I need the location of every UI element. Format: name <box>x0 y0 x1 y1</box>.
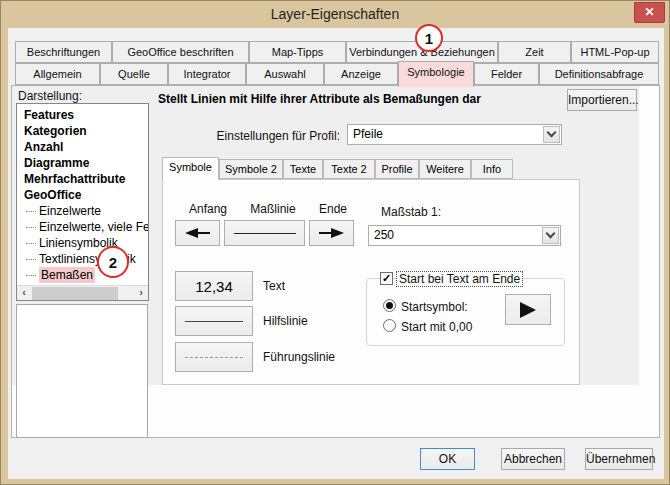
tree-item-mehrfachattribute[interactable]: Mehrfachattribute <box>17 171 148 187</box>
tree-item-liniensymbolik[interactable]: Liniensymbolik <box>17 235 148 251</box>
text-symbol-button[interactable]: 12,34 <box>175 271 253 301</box>
tab-zeit[interactable]: Zeit <box>498 41 571 63</box>
tree-item-features[interactable]: Features <box>17 107 148 123</box>
startsymbol-label: Startsymbol: <box>401 300 468 314</box>
fuehrungslinie-symbol-button[interactable] <box>175 342 253 372</box>
start-mit-label: Start mit 0,00 <box>401 320 472 334</box>
symbole-tab-page: Anfang Maßlinie Ende Maßstab 1: 250 <box>162 179 580 385</box>
tab-map-tipps[interactable]: Map-Tipps <box>249 41 346 63</box>
symbol-preview-box <box>16 304 148 438</box>
abbrechen-button[interactable]: Abbrechen <box>501 448 565 470</box>
importieren-button[interactable]: Importieren... <box>567 89 637 111</box>
tab-integrator[interactable]: Integrator <box>168 63 246 85</box>
tree-item-einzelwerte[interactable]: Einzelwerte <box>17 203 148 219</box>
tree-item-einzelwerte-viele-felder[interactable]: Einzelwerte, viele Felder <box>17 219 148 235</box>
itab-symbole-selected[interactable]: Symbole <box>162 157 219 180</box>
hilfslinie-symbol-button[interactable] <box>175 306 253 336</box>
arrow-right-icon <box>331 228 344 238</box>
dashed-line-icon <box>185 357 243 358</box>
radio-dot <box>386 302 393 309</box>
hilfslinie-label: Hilfslinie <box>263 314 308 328</box>
combo-dropdown-button[interactable] <box>543 126 560 143</box>
profile-combobox[interactable]: Pfeile <box>347 124 562 145</box>
arrow-right-icon <box>520 302 536 318</box>
annotation-step-2: 2 <box>97 246 129 278</box>
itab-info[interactable]: Info <box>471 159 513 179</box>
tab-geooffice-beschriften[interactable]: GeoOffice beschriften <box>112 41 249 63</box>
start-mit-radio[interactable] <box>383 319 396 332</box>
arrow-tail <box>198 232 210 234</box>
ok-button[interactable]: OK <box>420 448 475 470</box>
title-bar[interactable]: Layer-Eigenschaften <box>1 1 669 28</box>
darstellung-label: Darstellung: <box>18 89 82 103</box>
tab-anzeige[interactable]: Anzeige <box>324 63 398 85</box>
tree-branch-icon <box>26 259 36 260</box>
line-icon <box>234 233 296 234</box>
tab-beschriftungen[interactable]: Beschriftungen <box>15 41 112 63</box>
tab-auswahl[interactable]: Auswahl <box>246 63 324 85</box>
anfang-symbol-button[interactable] <box>175 220 220 246</box>
ende-label: Ende <box>309 202 357 216</box>
close-icon: ✕ <box>644 5 654 19</box>
itab-symbole2[interactable]: Symbole 2 <box>219 159 283 179</box>
tree-horizontal-scrollbar[interactable]: ‹ › <box>17 285 148 300</box>
tree-item-anzahl[interactable]: Anzahl <box>17 139 148 155</box>
tree-branch-icon <box>26 227 36 228</box>
tree-branch-icon <box>26 211 36 212</box>
massstab-combobox[interactable]: 250 <box>368 225 561 246</box>
close-button[interactable]: ✕ <box>634 2 665 23</box>
combo-dropdown-button[interactable] <box>542 227 559 244</box>
itab-profile[interactable]: Profile <box>375 159 419 179</box>
anfang-label: Anfang <box>184 202 232 216</box>
check-icon: ✓ <box>382 272 391 284</box>
itab-texte[interactable]: Texte <box>283 159 323 179</box>
tree-branch-icon <box>26 275 36 276</box>
tab-symbologie-selected[interactable]: Symbologie <box>398 61 474 87</box>
ende-symbol-button[interactable] <box>309 220 354 246</box>
renderer-description: Stellt Linien mit Hilfe ihrer Attribute … <box>158 92 558 106</box>
uebernehmen-button[interactable]: Übernehmen <box>585 448 653 470</box>
startsymbol-radio[interactable] <box>383 299 396 312</box>
tree-item-kategorien[interactable]: Kategorien <box>17 123 148 139</box>
tab-html-popup[interactable]: HTML-Pop-up <box>571 41 659 63</box>
scroll-right-icon[interactable]: › <box>134 286 148 300</box>
itab-weitere[interactable]: Weitere <box>419 159 471 179</box>
masslinie-symbol-button[interactable] <box>224 220 305 246</box>
line-icon <box>185 321 243 322</box>
text-label: Text <box>263 279 285 293</box>
arrow-tail <box>319 232 331 234</box>
startsymbol-picker-button[interactable] <box>505 294 551 325</box>
tab-felder[interactable]: Felder <box>474 63 539 85</box>
darstellung-tree[interactable]: Features Kategorien Anzahl Diagramme Meh… <box>16 103 149 301</box>
tab-allgemein[interactable]: Allgemein <box>15 63 100 85</box>
arrow-left-icon <box>185 228 198 238</box>
tree-branch-icon <box>26 243 36 244</box>
profile-label: Einstellungen für Profil: <box>192 129 340 143</box>
tree-item-bemassen-selected[interactable]: Bemaßen <box>17 267 148 283</box>
tab-definitionsabfrage[interactable]: Definitionsabfrage <box>539 63 659 85</box>
tree-item-geooffice[interactable]: GeoOffice <box>17 187 148 203</box>
layer-properties-dialog: Layer-Eigenschaften ✕ Beschriftungen Geo… <box>0 0 670 485</box>
chevron-down-icon <box>547 128 557 138</box>
itab-texte2[interactable]: Texte 2 <box>323 159 375 179</box>
start-bei-text-label[interactable]: Start bei Text am Ende <box>396 271 523 287</box>
start-bei-text-checkbox[interactable]: ✓ <box>380 272 393 285</box>
masslinie-label: Maßlinie <box>238 202 308 216</box>
annotation-step-1: 1 <box>415 24 443 52</box>
scrollbar-thumb[interactable] <box>32 287 118 300</box>
fuehrungslinie-label: Führungslinie <box>263 350 335 364</box>
dialog-title: Layer-Eigenschaften <box>271 6 399 22</box>
tab-quelle[interactable]: Quelle <box>100 63 168 85</box>
tree-item-diagramme[interactable]: Diagramme <box>17 155 148 171</box>
scroll-left-icon[interactable]: ‹ <box>17 286 31 300</box>
chevron-down-icon <box>546 229 556 239</box>
massstab-label: Maßstab 1: <box>381 205 441 219</box>
